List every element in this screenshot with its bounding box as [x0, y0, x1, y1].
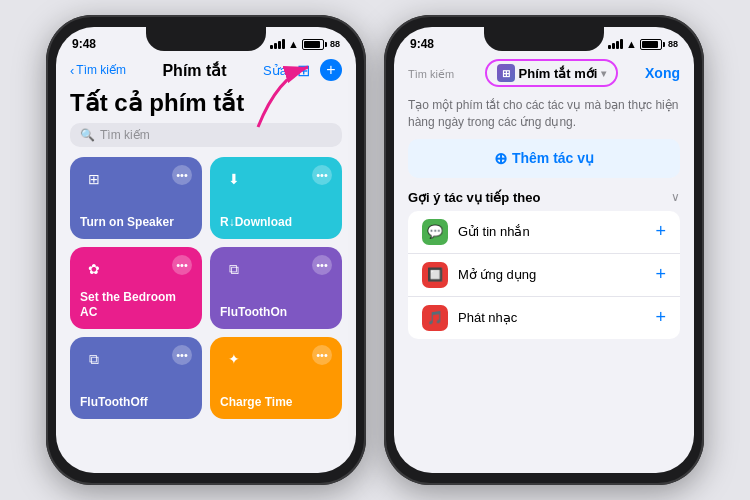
suggestion-add-0[interactable]: +: [655, 221, 666, 242]
suggestions-list: 💬 Gửi tin nhắn + 🔲 Mở ứng dụng + 🎵 Phát …: [408, 211, 680, 339]
battery-icon-right: [640, 39, 662, 50]
page-title-left: Tất cả phím tắt: [56, 85, 356, 123]
notch: [146, 27, 266, 51]
search-icon-left: 🔍: [80, 128, 95, 142]
shortcut-name-label: Phím tắt mới: [519, 66, 598, 81]
right-phone: 9:48 ▲ 88 Tìm kiếm: [384, 15, 704, 485]
shortcut-more-3[interactable]: •••: [312, 255, 332, 275]
search-placeholder-left: Tìm kiếm: [100, 128, 150, 142]
edit-button[interactable]: Sửa: [263, 63, 287, 78]
shortcut-card-4[interactable]: ⧉ ••• FluToothOff: [70, 337, 202, 419]
left-phone: 9:48 ▲ 88 ‹ Tìm kiếm: [46, 15, 366, 485]
shortcut-pill-icon: ⊞: [497, 64, 515, 82]
suggestion-icon-2: 🎵: [422, 305, 448, 331]
shortcuts-grid: ⊞ ••• Turn on Speaker ⬇ ••• R↓Download ✿…: [56, 157, 356, 419]
time-left: 9:48: [72, 37, 96, 51]
shortcut-more-5[interactable]: •••: [312, 345, 332, 365]
shortcut-more-4[interactable]: •••: [172, 345, 192, 365]
shortcut-label-5: Charge Time: [220, 395, 332, 409]
suggestion-item-2[interactable]: 🎵 Phát nhạc +: [408, 297, 680, 339]
shortcut-label-0: Turn on Speaker: [80, 215, 192, 229]
battery-icon: [302, 39, 324, 50]
plus-circle-icon: ⊕: [494, 149, 507, 168]
back-label-left: Tìm kiếm: [76, 63, 126, 77]
shortcut-card-1[interactable]: ⬇ ••• R↓Download: [210, 157, 342, 239]
suggestion-label-2: Phát nhạc: [458, 310, 645, 325]
shortcut-icon-0: ⊞: [80, 165, 108, 193]
shortcut-label-1: R↓Download: [220, 215, 332, 229]
signal-icon: [270, 39, 285, 49]
shortcut-label-2: Set the Bedroom AC: [80, 290, 192, 319]
shortcut-card-0[interactable]: ⊞ ••• Turn on Speaker: [70, 157, 202, 239]
shortcut-icon-5: ✦: [220, 345, 248, 373]
wifi-icon: ▲: [288, 38, 299, 50]
shortcut-label-4: FluToothOff: [80, 395, 192, 409]
shortcut-more-0[interactable]: •••: [172, 165, 192, 185]
suggestion-item-0[interactable]: 💬 Gửi tin nhắn +: [408, 211, 680, 254]
suggestions-header: Gợi ý tác vụ tiếp theo ∨: [394, 190, 694, 211]
shortcut-card-3[interactable]: ⧉ ••• FluToothOn: [210, 247, 342, 329]
nav-bar-right: Tìm kiếm ⊞ Phím tắt mới ▾ Xong: [394, 57, 694, 93]
back-label-right: Tìm kiếm: [408, 68, 454, 80]
nav-actions-left: Sửa ⊞ +: [263, 59, 342, 81]
add-action-label: Thêm tác vụ: [512, 150, 594, 166]
search-bar-left[interactable]: 🔍 Tìm kiếm: [70, 123, 342, 147]
back-button-left[interactable]: ‹ Tìm kiếm: [70, 63, 126, 78]
description-text: Tạo một phím tắt cho các tác vụ mà bạn t…: [394, 93, 694, 139]
shortcut-card-2[interactable]: ✿ ••• Set the Bedroom AC: [70, 247, 202, 329]
nav-bar-left: ‹ Tìm kiếm Phím tắt Sửa ⊞ +: [56, 57, 356, 85]
suggestion-icon-1: 🔲: [422, 262, 448, 288]
time-right: 9:48: [410, 37, 434, 51]
shortcut-icon-2: ✿: [80, 255, 108, 283]
signal-icon-right: [608, 39, 623, 49]
back-area-right: Tìm kiếm: [408, 64, 458, 82]
chevron-left-icon: ‹: [70, 63, 74, 78]
done-button[interactable]: Xong: [645, 65, 680, 81]
add-button[interactable]: +: [320, 59, 342, 81]
battery-num-right: 88: [668, 39, 678, 49]
wifi-icon-right: ▲: [626, 38, 637, 50]
suggestion-add-2[interactable]: +: [655, 307, 666, 328]
suggestion-item-1[interactable]: 🔲 Mở ứng dụng +: [408, 254, 680, 297]
shortcut-name-pill[interactable]: ⊞ Phím tắt mới ▾: [485, 59, 619, 87]
shortcut-icon-1: ⬇: [220, 165, 248, 193]
suggestion-label-0: Gửi tin nhắn: [458, 224, 645, 239]
shortcut-card-5[interactable]: ✦ ••• Charge Time: [210, 337, 342, 419]
shortcut-more-2[interactable]: •••: [172, 255, 192, 275]
shortcut-label-3: FluToothOn: [220, 305, 332, 319]
suggestion-label-1: Mở ứng dụng: [458, 267, 645, 282]
status-icons-left: ▲ 88: [270, 38, 340, 50]
suggestion-icon-0: 💬: [422, 219, 448, 245]
battery-num-left: 88: [330, 39, 340, 49]
shortcut-more-1[interactable]: •••: [312, 165, 332, 185]
suggestions-title: Gợi ý tác vụ tiếp theo: [408, 190, 540, 205]
notch-right: [484, 27, 604, 51]
add-action-button[interactable]: ⊕ Thêm tác vụ: [408, 139, 680, 178]
shortcut-icon-3: ⧉: [220, 255, 248, 283]
status-icons-right: ▲ 88: [608, 38, 678, 50]
nav-title-left: Phím tắt: [162, 61, 226, 80]
grid-button[interactable]: ⊞: [297, 61, 310, 80]
suggestion-add-1[interactable]: +: [655, 264, 666, 285]
suggestions-chevron-icon[interactable]: ∨: [671, 190, 680, 204]
shortcut-icon-4: ⧉: [80, 345, 108, 373]
chevron-down-icon: ▾: [601, 68, 606, 79]
